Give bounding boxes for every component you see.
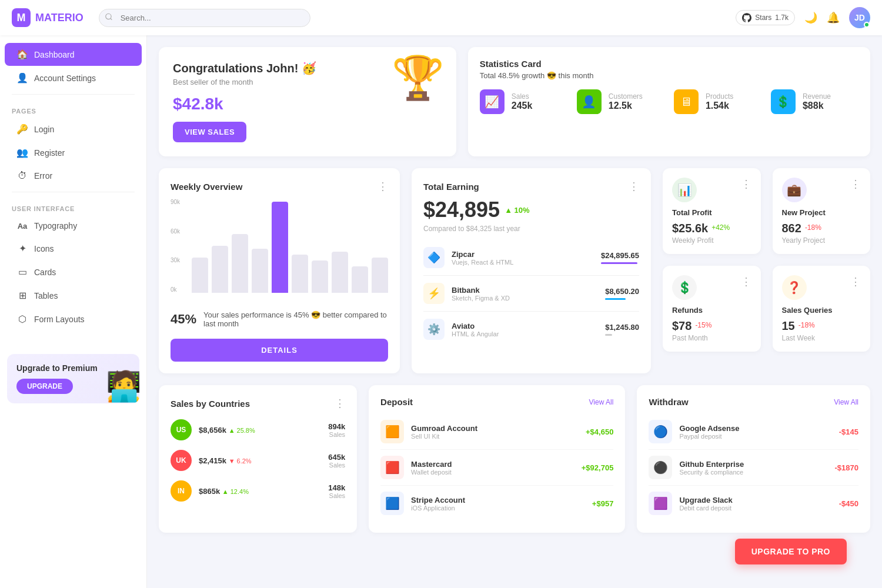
logo-text: MATERIO: [35, 12, 83, 24]
svg-point-0: [105, 14, 111, 19]
stat-customers-info: Customers 12.5k: [609, 92, 643, 111]
earning-rows: 🔷 Zipcar Vuejs, React & HTML $24,895.65: [423, 240, 639, 347]
login-icon: 🔑: [16, 123, 28, 135]
new-project-icon: 💼: [782, 178, 807, 202]
search-input[interactable]: [99, 9, 310, 27]
sidebar-item-form-layouts[interactable]: ⬡ Form Layouts: [5, 308, 142, 330]
earning-more-icon[interactable]: ⋮: [629, 180, 639, 193]
search-icon: [105, 13, 113, 23]
zipcar-amount: $24,895.65: [601, 251, 639, 264]
sidebar-item-login[interactable]: 🔑 Login: [5, 118, 142, 141]
bar-4: [252, 249, 268, 293]
y-axis: 90k 60k 30k 0k: [171, 199, 180, 293]
zipcar-info: Zipcar Vuejs, React & HTML: [452, 250, 601, 266]
refunds-icon: 💲: [672, 275, 697, 300]
github-stars-button[interactable]: Stars 1.7k: [736, 10, 795, 25]
typography-icon: Aa: [16, 222, 28, 230]
logo-icon: M: [12, 8, 31, 27]
stat-revenue-icon: 💲: [771, 89, 796, 114]
withdraw-header: Withdraw View All: [649, 397, 858, 407]
refunds-more-icon[interactable]: ⋮: [741, 275, 751, 288]
countries-card: Sales by Countries ⋮ US $8,656k ▲ 25.8% …: [159, 385, 357, 533]
sales-queries-card: ❓ ⋮ Sales Queries 15 -18% Last Week: [773, 266, 871, 352]
google-icon: 🔵: [649, 420, 672, 443]
statistics-grid: 📈 Sales 245k 👤 Customers 12.5k: [480, 89, 858, 114]
body: 🏠 Dashboard 👤 Account Settings PAGES 🔑 L…: [0, 35, 882, 588]
in-amount: $865k ▲ 12.4%: [199, 487, 321, 496]
statistics-growth: Total 48.5% growth 😎 this month: [480, 71, 858, 80]
main-content: Congratulations John! 🥳 Best seller of t…: [147, 35, 882, 588]
chart-bars-container: 90k 60k 30k 0k: [171, 199, 388, 293]
github-icon: ⚫: [649, 456, 672, 479]
congrats-card: Congratulations John! 🥳 Best seller of t…: [159, 47, 456, 156]
small-cards-right: 💼 ⋮ New Project 862 -18% Yearly Project …: [773, 168, 871, 373]
sidebar-label-form-layouts: Form Layouts: [34, 315, 85, 324]
profit-more-icon[interactable]: ⋮: [741, 178, 751, 191]
sidebar-item-register[interactable]: 👥 Register: [5, 141, 142, 164]
sidebar-item-cards[interactable]: ▭ Cards: [5, 260, 142, 283]
uk-sales: 645k Sales: [328, 453, 345, 469]
in-sales: 148k Sales: [328, 483, 345, 499]
earning-row-bitbank: ⚡ Bitbank Sketch, Figma & XD $8,650.20: [423, 276, 639, 312]
trophy-icon: 🏆: [392, 53, 445, 103]
notification-icon[interactable]: 🔔: [827, 11, 840, 24]
stat-customers: 👤 Customers 12.5k: [577, 89, 664, 114]
account-icon: 👤: [16, 72, 28, 83]
upgrade-button[interactable]: UPGRADE: [16, 379, 73, 394]
sidebar-label-tables: Tables: [34, 291, 58, 300]
countries-more-icon[interactable]: ⋮: [335, 397, 345, 410]
sidebar-item-icons[interactable]: ✦ Icons: [5, 237, 142, 260]
stripe-icon: 🟦: [380, 492, 404, 515]
withdraw-title: Withdraw: [649, 397, 688, 407]
register-icon: 👥: [16, 147, 28, 158]
deposit-title: Deposit: [380, 397, 413, 407]
deposit-list: 🟧 Gumroad Account Sell UI Kit +$4,650 🟥 …: [380, 414, 613, 521]
bar-9: [352, 266, 368, 293]
row-2: Weekly Overview ⋮ 90k 60k 30k 0k: [159, 168, 870, 373]
withdraw-view-all[interactable]: View All: [834, 398, 858, 406]
stripe-info: Stripe Account iOS Application: [411, 496, 585, 512]
sidebar-label-register: Register: [34, 148, 65, 158]
stat-revenue-info: Revenue $88k: [803, 92, 831, 111]
weekly-overview-card: Weekly Overview ⋮ 90k 60k 30k 0k: [159, 168, 400, 373]
earning-sub: Compared to $84,325 last year: [423, 225, 639, 233]
new-project-change: -18%: [805, 223, 821, 232]
upgrade-to-pro-button[interactable]: UPGRADE TO PRO: [735, 539, 847, 564]
sidebar-label-cards: Cards: [34, 268, 56, 277]
avatar-online-dot: [864, 22, 870, 28]
uk-amount: $2,415k ▼ 6.2%: [199, 456, 321, 465]
github-label: Stars: [755, 14, 771, 22]
header: M MATERIO Stars 1.7k 🌙 🔔 JD: [0, 0, 882, 35]
sidebar-item-tables[interactable]: ⊞ Tables: [5, 284, 142, 307]
view-sales-button[interactable]: VIEW SALES: [173, 122, 246, 142]
weekly-header: Weekly Overview ⋮: [171, 180, 388, 193]
earning-title: Total Earning: [423, 182, 479, 192]
avatar[interactable]: JD: [849, 7, 870, 28]
salesqueries-more-icon[interactable]: ⋮: [850, 275, 861, 288]
sidebar-item-account-settings[interactable]: 👤 Account Settings: [5, 66, 142, 89]
sidebar: 🏠 Dashboard 👤 Account Settings PAGES 🔑 L…: [0, 35, 147, 588]
zipcar-bar: [601, 262, 637, 264]
deposit-row-stripe: 🟦 Stripe Account iOS Application +$957: [380, 486, 613, 521]
bar-2: [212, 246, 228, 293]
sales-queries-label: Sales Queries: [782, 306, 861, 315]
bar-6: [292, 255, 308, 293]
small-cards-left: 📊 ⋮ Total Profit $25.6k +42% Weekly Prof…: [663, 168, 761, 373]
row-3: Sales by Countries ⋮ US $8,656k ▲ 25.8% …: [159, 385, 870, 533]
sidebar-item-error[interactable]: ⏱ Error: [5, 165, 142, 187]
new-project-label: New Project: [782, 208, 861, 217]
sidebar-item-dashboard[interactable]: 🏠 Dashboard: [5, 43, 142, 66]
weekly-more-icon[interactable]: ⋮: [377, 180, 388, 193]
newproject-more-icon[interactable]: ⋮: [850, 178, 861, 191]
details-button[interactable]: DETAILS: [171, 339, 388, 362]
earning-growth: ▲ 10%: [505, 206, 530, 215]
earning-amount: $24,895 ▲ 10%: [423, 198, 639, 222]
theme-toggle-icon[interactable]: 🌙: [804, 11, 817, 24]
deposit-view-all[interactable]: View All: [589, 398, 614, 406]
error-icon: ⏱: [16, 171, 28, 181]
aviato-amount: $1,245.80: [605, 323, 639, 336]
slack-amount: -$450: [839, 499, 858, 508]
country-in: IN $865k ▲ 12.4% 148k Sales: [171, 476, 345, 506]
gumroad-amount: +$4,650: [586, 427, 613, 436]
sidebar-item-typography[interactable]: Aa Typography: [5, 215, 142, 236]
